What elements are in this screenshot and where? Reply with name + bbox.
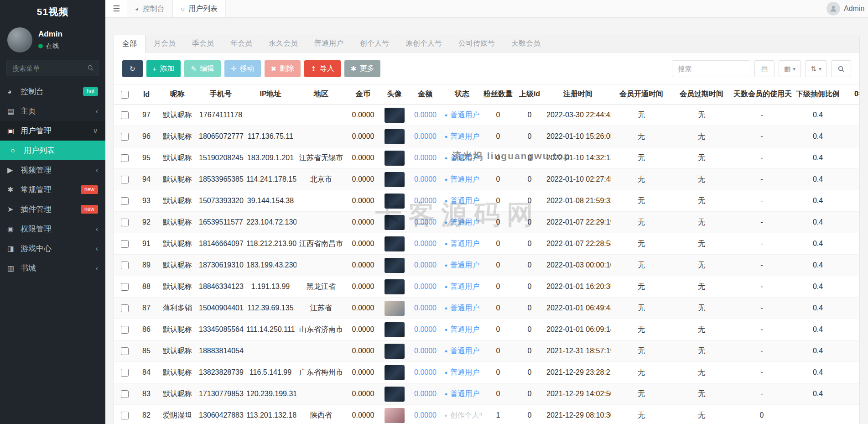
status-link[interactable]: ●普通用户 [445, 368, 480, 377]
status-link[interactable]: ●普通用户 [445, 239, 480, 249]
sidebar-item-console[interactable]: ◕控制台hot [0, 82, 105, 101]
row-checkbox[interactable] [121, 111, 129, 119]
advanced-search-button[interactable] [831, 60, 851, 77]
column-header-8[interactable]: 状态 [442, 84, 482, 105]
amount-link[interactable]: 0.0000 [414, 261, 437, 269]
user-avatar[interactable] [385, 108, 405, 123]
filter-tab-4[interactable]: 永久会员 [260, 35, 306, 52]
amount-link[interactable]: 0.0000 [414, 154, 437, 162]
column-header-11[interactable]: 注册时间 [545, 84, 611, 105]
user-avatar[interactable] [385, 258, 405, 273]
row-checkbox[interactable] [121, 176, 129, 183]
row-checkbox[interactable] [121, 326, 129, 334]
user-avatar[interactable] [385, 279, 405, 294]
toggle-view-button[interactable]: ▤ [754, 60, 774, 77]
sidebar-item-plugin-mgmt[interactable]: ➤插件管理new [0, 199, 105, 219]
sidebar-item-user-mgmt[interactable]: ▣用户管理∨ [0, 121, 105, 141]
user-avatar[interactable] [385, 151, 405, 166]
column-header-7[interactable]: 金额 [408, 84, 442, 105]
column-header-6[interactable]: 头像 [380, 84, 408, 105]
amount-link[interactable]: 0.0000 [414, 347, 437, 355]
row-checkbox[interactable] [121, 240, 129, 248]
amount-link[interactable]: 0.0000 [414, 240, 437, 247]
row-checkbox[interactable] [121, 133, 129, 141]
sidebar-item-general-mgmt[interactable]: ✱常规管理new [0, 180, 105, 199]
amount-link[interactable]: 0.0000 [414, 325, 437, 333]
amount-link[interactable]: 0.0000 [414, 175, 437, 183]
sidebar-toggle-button[interactable]: ☰ [105, 0, 127, 17]
row-checkbox[interactable] [121, 412, 129, 419]
status-link[interactable]: ●普通用户 [445, 153, 480, 163]
row-checkbox[interactable] [121, 304, 129, 312]
amount-link[interactable]: 0.0000 [414, 304, 437, 312]
column-header-14[interactable]: 天数会员的使用天数 [732, 84, 792, 105]
filter-tab-0[interactable]: 全部 [114, 35, 146, 52]
user-avatar[interactable] [385, 215, 405, 230]
user-avatar[interactable] [385, 387, 405, 402]
delete-button[interactable]: ✖删除 [265, 60, 301, 77]
sidebar-item-game-center[interactable]: ◨游戏中心‹ [0, 239, 105, 258]
user-avatar[interactable] [385, 194, 405, 209]
amount-link[interactable]: 0.0000 [414, 132, 437, 140]
status-link[interactable]: ●普通用户 [445, 132, 480, 141]
column-header-5[interactable]: 金币 [346, 84, 380, 105]
filter-tab-2[interactable]: 季会员 [184, 35, 222, 52]
row-checkbox[interactable] [121, 262, 129, 269]
amount-link[interactable]: 0.0000 [414, 411, 437, 419]
user-avatar[interactable] [385, 344, 405, 359]
row-checkbox[interactable] [121, 390, 129, 398]
column-header-13[interactable]: 会员过期时间 [671, 84, 732, 105]
sidebar-item-auth-mgmt[interactable]: ◉权限管理‹ [0, 219, 105, 239]
column-header-1[interactable]: 昵称 [158, 84, 197, 105]
status-link[interactable]: ●创作个人号 [444, 411, 482, 420]
column-header-3[interactable]: IP地址 [244, 84, 296, 105]
export-button[interactable]: ⇅▾ [805, 60, 827, 77]
user-avatar[interactable] [385, 129, 405, 144]
filter-tab-6[interactable]: 创个人号 [352, 35, 397, 52]
amount-link[interactable]: 0.0000 [414, 368, 437, 376]
column-header-4[interactable]: 地区 [296, 84, 346, 105]
user-avatar[interactable] [385, 322, 405, 337]
refresh-button[interactable]: ↻ [122, 60, 143, 77]
column-header-16[interactable]: 0=停 [844, 84, 859, 105]
status-link[interactable]: ●普通用户 [445, 282, 480, 292]
row-checkbox[interactable] [121, 347, 129, 355]
status-link[interactable]: ●普通用户 [445, 218, 480, 227]
filter-tab-8[interactable]: 公司传媒号 [450, 35, 503, 52]
more-button[interactable]: ✱更多 [344, 60, 381, 77]
user-avatar[interactable] [385, 172, 405, 187]
import-button[interactable]: ↥导入 [304, 60, 341, 77]
column-header-0[interactable]: Id [135, 84, 158, 105]
status-link[interactable]: ●普通用户 [445, 325, 480, 335]
status-link[interactable]: ●普通用户 [445, 304, 480, 313]
sidebar-avatar[interactable] [7, 27, 32, 52]
amount-link[interactable]: 0.0000 [414, 111, 437, 119]
user-avatar[interactable] [385, 301, 405, 316]
column-header-10[interactable]: 上级id [515, 84, 545, 105]
column-header-2[interactable]: 手机号 [197, 84, 244, 105]
filter-tab-1[interactable]: 月会员 [146, 35, 184, 52]
edit-button[interactable]: ✎编辑 [184, 60, 221, 77]
status-link[interactable]: ●普通用户 [445, 110, 480, 120]
amount-link[interactable]: 0.0000 [414, 390, 437, 398]
filter-tab-5[interactable]: 普通用户 [306, 35, 352, 52]
status-link[interactable]: ●普通用户 [445, 389, 480, 399]
column-header-9[interactable]: 粉丝数量 [482, 84, 515, 105]
amount-link[interactable]: 0.0000 [414, 283, 437, 290]
amount-link[interactable]: 0.0000 [414, 218, 437, 226]
select-all-checkbox[interactable] [121, 91, 129, 99]
row-checkbox[interactable] [121, 219, 129, 226]
filter-tab-7[interactable]: 原创个人号 [397, 35, 450, 52]
row-checkbox[interactable] [121, 369, 129, 377]
topbar-user[interactable]: Admin [824, 0, 868, 17]
row-checkbox[interactable] [121, 283, 129, 291]
sidebar-item-video-mgmt[interactable]: ▶视频管理‹ [0, 160, 105, 180]
status-link[interactable]: ●普通用户 [445, 261, 480, 270]
status-link[interactable]: ●普通用户 [445, 196, 480, 206]
user-avatar[interactable] [385, 236, 405, 251]
amount-link[interactable]: 0.0000 [414, 197, 437, 204]
filter-tab-3[interactable]: 年会员 [222, 35, 260, 52]
filter-tab-9[interactable]: 天数会员 [503, 35, 549, 52]
nav-tab-user-list[interactable]: ○用户列表 [172, 0, 225, 17]
user-avatar[interactable] [385, 365, 405, 380]
